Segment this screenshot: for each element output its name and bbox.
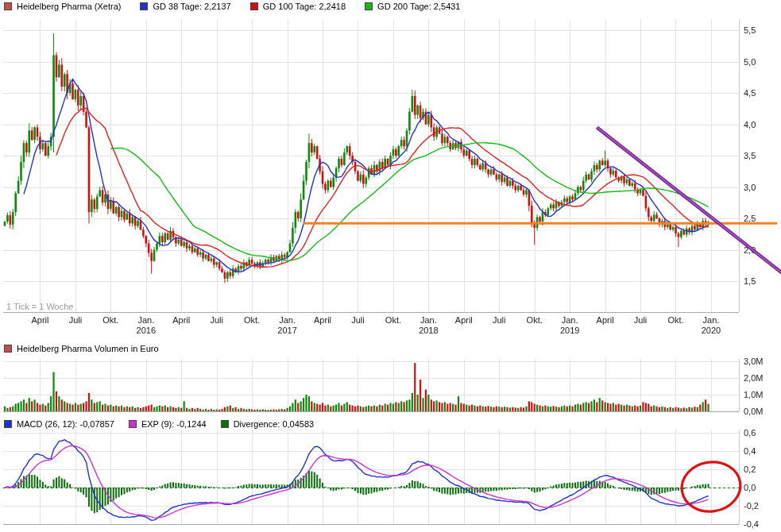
volume-label: Heidelberg Pharma Volumen in Euro: [17, 344, 159, 353]
gd200-color-swatch: [365, 2, 373, 10]
gd200-label: GD 200 Tage: 2,5431: [377, 2, 460, 11]
macd-label: MACD (26, 12): -0,07857: [17, 419, 114, 429]
instrument-label: Heidelberg Pharma (Xetra): [17, 2, 121, 11]
gd38-label: GD 38 Tage: 2,2137: [153, 2, 230, 11]
exp-color-swatch: [129, 420, 137, 428]
stock-chart-app: Heidelberg Pharma (Xetra) GD 38 Tage: 2,…: [0, 0, 781, 532]
legend-item-divergence: Divergence: 0,04583: [221, 419, 315, 429]
legend-item-volume: Heidelberg Pharma Volumen in Euro: [4, 344, 159, 353]
legend-item-exp: EXP (9): -0,1244: [129, 419, 207, 429]
chart-canvas[interactable]: [0, 0, 781, 532]
legend-item-macd: MACD (26, 12): -0,07857: [4, 419, 114, 429]
gd38-color-swatch: [140, 2, 148, 10]
price-legend: Heidelberg Pharma (Xetra) GD 38 Tage: 2,…: [4, 2, 461, 11]
gd100-color-swatch: [250, 2, 258, 10]
volume-legend: Heidelberg Pharma Volumen in Euro: [4, 344, 159, 353]
legend-item-gd38: GD 38 Tage: 2,2137: [140, 2, 230, 11]
instrument-color-swatch: [4, 2, 12, 10]
exp-label: EXP (9): -0,1244: [141, 419, 207, 429]
volume-color-swatch: [4, 345, 12, 353]
divergence-color-swatch: [221, 420, 229, 428]
legend-item-gd100: GD 100 Tage: 2,2418: [250, 2, 346, 11]
macd-color-swatch: [4, 420, 12, 428]
gd100-label: GD 100 Tage: 2,2418: [263, 2, 346, 11]
legend-item-instrument: Heidelberg Pharma (Xetra): [4, 2, 121, 11]
legend-item-gd200: GD 200 Tage: 2,5431: [365, 2, 460, 11]
macd-legend: MACD (26, 12): -0,07857 EXP (9): -0,1244…: [4, 419, 314, 429]
tick-interval-note: 1 Tick = 1 Woche: [6, 302, 73, 311]
divergence-label: Divergence: 0,04583: [234, 419, 315, 429]
